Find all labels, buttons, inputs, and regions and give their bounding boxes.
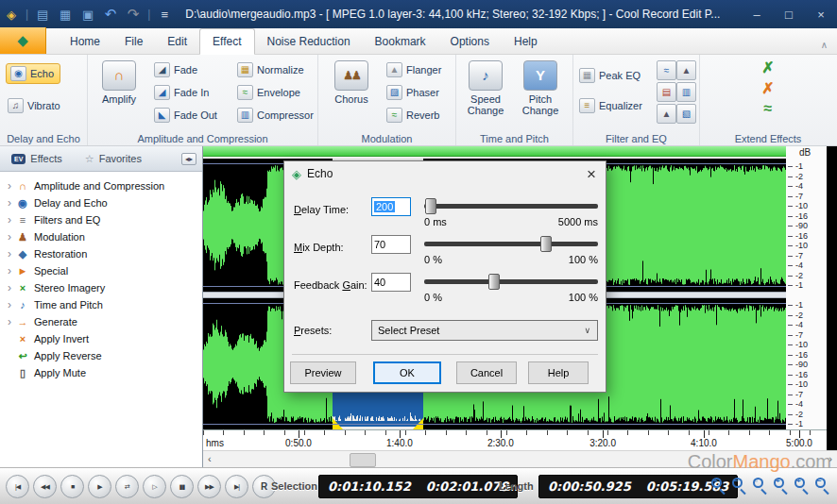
scroll-left-arrow[interactable]: ‹ (208, 453, 212, 464)
zoom-full-icon[interactable]: + (773, 477, 791, 495)
preview-button[interactable]: Preview (290, 361, 356, 384)
vibrato-button[interactable]: ♫ Vibrato (8, 98, 60, 113)
speed-change-button[interactable]: ♪ Speed Change (460, 60, 511, 116)
band-pass-filter-icon[interactable]: ▥ (676, 82, 696, 102)
tree-item-apply-invert[interactable]: × Apply Invert (0, 330, 202, 347)
extend-effect-1-icon[interactable]: ✗ (761, 59, 774, 76)
fft-filter-icon[interactable]: ▲ (657, 104, 676, 124)
stop-button[interactable]: ■ (60, 475, 84, 498)
delay-time-input[interactable]: 200 (371, 197, 411, 216)
panel-spread-button[interactable]: ◂▸ (181, 153, 196, 165)
tree-item-delay-and-echo[interactable]: › ◉ Delay and Echo (0, 194, 202, 211)
open-file-icon[interactable]: ▤ (33, 8, 52, 22)
tree-item-modulation[interactable]: › ♟ Modulation (0, 228, 202, 245)
ok-button[interactable]: OK (373, 361, 441, 384)
loop-button[interactable]: ⇄ (115, 475, 139, 498)
tab-file[interactable]: File (112, 29, 155, 54)
tab-home[interactable]: Home (58, 29, 112, 54)
app-menu-button[interactable]: ◆ (0, 27, 46, 54)
expand-arrow-icon[interactable]: › (4, 179, 15, 193)
tab-help[interactable]: Help (502, 29, 550, 54)
tree-item-apply-mute[interactable]: ▯ Apply Mute (0, 364, 202, 381)
slider-track[interactable] (424, 242, 598, 246)
timeline-ruler[interactable]: hms 0:50.0 1:40.0 2:30.0 3:20.0 4:10.0 5… (203, 429, 827, 450)
open-folder-icon[interactable]: ▦ (56, 8, 75, 22)
scrollbar-thumb[interactable] (350, 453, 376, 467)
skip-to-end-button[interactable]: ▶| (225, 475, 248, 498)
mix-depth-slider[interactable]: 0 %100 % (424, 233, 598, 269)
extend-effect-3-icon[interactable]: ≈ (764, 100, 773, 117)
tree-item-apply-reverse[interactable]: ↩ Apply Reverse (0, 347, 202, 364)
minimize-button[interactable]: – (741, 8, 773, 22)
quick-toolbar-menu-icon[interactable]: ≡ (155, 8, 174, 22)
cancel-button[interactable]: Cancel (456, 361, 517, 384)
tree-item-special[interactable]: › ► Special (0, 262, 202, 279)
pause-button[interactable]: ▮▮ (170, 475, 194, 498)
slider-track[interactable] (424, 279, 598, 284)
fade-out-button[interactable]: ◣ Fade Out (154, 108, 217, 123)
reverb-button[interactable]: ≈ Reverb (386, 108, 439, 123)
tree-item-stereo-imagery[interactable]: › × Stereo Imagery (0, 279, 202, 296)
tab-effect[interactable]: Effect (199, 28, 254, 55)
zoom-vertical-in-icon[interactable]: + (794, 477, 811, 495)
tab-favorites[interactable]: ☆ Favorites (74, 146, 153, 171)
zoom-vertical-out-icon[interactable]: − (814, 477, 832, 495)
chorus-button[interactable]: ♟♟ Chorus (326, 60, 377, 105)
tree-item-filters-and-eq[interactable]: › ≡ Filters and EQ (0, 211, 202, 228)
amplify-button[interactable]: ∩ Amplify (94, 60, 145, 105)
zoom-out-icon[interactable]: − (731, 477, 749, 495)
rewind-button[interactable]: ◀◀ (33, 475, 57, 498)
envelope-button[interactable]: ≈ Envelope (237, 85, 300, 100)
notch-filter-icon[interactable]: ≈ (657, 60, 676, 80)
equalizer-button[interactable]: ≡ Equalizer (579, 98, 642, 113)
feedback-gain-slider[interactable]: 0 %100 % (424, 271, 598, 307)
play-forward-button[interactable]: ▷ (143, 475, 166, 498)
extend-effect-2-icon[interactable]: ✗ (761, 79, 774, 97)
zoom-in-icon[interactable]: + (710, 477, 728, 495)
slider-track[interactable] (424, 204, 598, 209)
overview-strip[interactable] (203, 146, 786, 157)
zoom-selection-icon[interactable]: ▫ (752, 477, 770, 495)
maximize-button[interactable]: □ (773, 8, 805, 22)
save-icon[interactable]: ▣ (78, 8, 97, 22)
tab-noise-reduction[interactable]: Noise Reduction (255, 29, 363, 54)
tab-options[interactable]: Options (438, 29, 502, 54)
pitch-change-button[interactable]: Y Pitch Change (515, 60, 566, 116)
fade-button[interactable]: ◢ Fade (154, 62, 197, 77)
peak-eq-button[interactable]: ▦ Peak EQ (579, 68, 641, 83)
skip-to-start-button[interactable]: |◀ (6, 475, 29, 498)
fade-in-button[interactable]: ◢ Fade In (154, 85, 209, 100)
preset-select[interactable]: Select Preset ∨ (371, 320, 598, 341)
expand-arrow-icon[interactable]: › (4, 298, 15, 311)
expand-arrow-icon[interactable]: › (4, 230, 15, 244)
phaser-button[interactable]: ▨ Phaser (386, 85, 439, 100)
expand-arrow-icon[interactable]: › (4, 213, 15, 227)
expand-arrow-icon[interactable]: › (4, 281, 15, 294)
slider-thumb[interactable] (425, 198, 436, 214)
play-button[interactable]: ▶ (88, 475, 111, 498)
low-pass-filter-icon[interactable]: ▲ (676, 60, 696, 80)
collapse-ribbon-icon[interactable]: ∧ (821, 40, 828, 50)
tree-item-generate[interactable]: › → Generate (0, 313, 202, 330)
tab-effects[interactable]: EV Effects (0, 146, 74, 171)
expand-arrow-icon[interactable]: › (4, 315, 15, 328)
expand-arrow-icon[interactable]: › (4, 196, 15, 210)
normalize-button[interactable]: ▦ Normalize (237, 62, 304, 77)
tree-item-amplitude-and-compression[interactable]: › ∩ Amplitude and Compression (0, 177, 202, 194)
expand-arrow-icon[interactable]: › (4, 247, 15, 260)
close-button[interactable]: × (805, 8, 837, 22)
compressor-button[interactable]: ▥ Compressor (237, 108, 314, 123)
feedback-gain-input[interactable]: 40 (371, 273, 411, 292)
help-button[interactable]: Help (528, 361, 589, 384)
dynamic-eq-icon[interactable]: ▧ (676, 104, 696, 124)
mix-depth-input[interactable]: 70 (371, 235, 411, 254)
fast-forward-button[interactable]: ▶▶ (197, 475, 221, 498)
high-pass-filter-icon[interactable]: ▤ (657, 82, 676, 102)
tab-bookmark[interactable]: Bookmark (363, 29, 438, 54)
tree-item-restoration[interactable]: › ◆ Restoration (0, 245, 202, 262)
tab-edit[interactable]: Edit (155, 29, 199, 54)
flanger-button[interactable]: ▲ Flanger (386, 62, 441, 77)
slider-thumb[interactable] (488, 274, 500, 290)
tree-item-time-and-pitch[interactable]: › ♪ Time and Pitch (0, 296, 202, 313)
dialog-title-bar[interactable]: ◈ Echo × (284, 161, 606, 186)
